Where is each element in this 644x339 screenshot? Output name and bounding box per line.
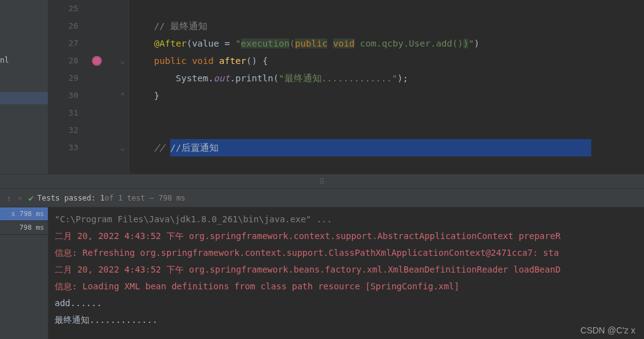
test-tree-item[interactable]: 798 ms <box>0 221 48 235</box>
fold-icon[interactable]: ⌃ <box>120 91 125 100</box>
gutter-row[interactable]: ⌃ <box>86 87 129 104</box>
line-number[interactable]: 31 <box>48 104 86 122</box>
line-number[interactable]: 33 <box>48 139 86 156</box>
gutter-row[interactable] <box>86 35 129 52</box>
chevrons-icon[interactable]: » <box>17 194 22 202</box>
code-line[interactable]: } <box>129 87 644 104</box>
editor-area: nl 252627282930313233 ⌄⌃⌄ // 最终通知@After(… <box>0 0 644 174</box>
watermark: CSDN @C'z x <box>581 325 635 335</box>
line-number[interactable]: 30 <box>48 87 86 104</box>
up-arrow-icon[interactable]: ↑ <box>6 193 11 203</box>
tests-label: Tests passed: <box>37 194 96 202</box>
console-line: 信息: Loading XML bean definitions from cl… <box>55 278 638 295</box>
gutter-row[interactable]: ⌄ <box>86 139 129 156</box>
tests-passed-count: 1 <box>100 194 104 202</box>
gutter-row[interactable] <box>86 0 129 17</box>
check-icon: ✔ <box>29 193 34 203</box>
spring-bean-icon[interactable] <box>92 56 102 66</box>
code-line[interactable]: System.out.println("最终通知............."); <box>129 70 644 87</box>
panel-selection <box>0 92 48 104</box>
console-line: "C:\Program Files\Java\jdk1.8.0_261\bin\… <box>55 211 638 228</box>
gutter-row[interactable] <box>86 122 129 139</box>
gutter-row[interactable] <box>86 17 129 35</box>
console-line: add...... <box>55 295 638 312</box>
panel-tag: nl <box>0 56 9 65</box>
line-number[interactable]: 27 <box>48 35 86 52</box>
test-tree-item[interactable]: s 798 ms <box>0 207 48 221</box>
console-output[interactable]: "C:\Program Files\Java\jdk1.8.0_261\bin\… <box>48 207 644 339</box>
console-line: 二月 20, 2022 4:43:52 下午 org.springframewo… <box>55 261 638 278</box>
code-line[interactable] <box>129 0 644 17</box>
line-number[interactable]: 29 <box>48 70 86 87</box>
code-line[interactable]: @After(value = "execution(public void co… <box>129 35 644 52</box>
code-editor[interactable]: // 最终通知@After(value = "execution(public … <box>129 0 644 174</box>
code-line[interactable] <box>129 104 644 122</box>
console-line: 信息: Refreshing org.springframework.conte… <box>55 245 638 261</box>
line-number[interactable]: 28 <box>48 52 86 70</box>
code-line[interactable]: public void after() { <box>129 52 644 70</box>
gutter-row[interactable] <box>86 70 129 87</box>
fold-icon[interactable]: ⌄ <box>120 143 125 152</box>
gutter-row[interactable]: ⌄ <box>86 52 129 70</box>
line-number[interactable]: 25 <box>48 0 86 17</box>
gutter-row[interactable] <box>86 104 129 122</box>
test-status-bar: ↑ » ✔ Tests passed: 1 of 1 test – 798 ms <box>0 189 644 207</box>
code-line[interactable] <box>129 122 644 139</box>
code-line[interactable]: // //后置通知 <box>129 139 644 156</box>
panel-divider[interactable]: ⠿ <box>0 174 644 189</box>
line-gutter[interactable]: 252627282930313233 <box>48 0 86 174</box>
project-panel[interactable]: nl <box>0 0 48 174</box>
line-number[interactable]: 32 <box>48 122 86 139</box>
console-line: 二月 20, 2022 4:43:52 下午 org.springframewo… <box>55 228 638 245</box>
tests-of: of 1 test – 798 ms <box>105 194 186 202</box>
line-number[interactable]: 26 <box>48 17 86 35</box>
test-tree[interactable]: s 798 ms798 ms <box>0 207 48 339</box>
fold-icon[interactable]: ⌄ <box>120 56 125 65</box>
code-line[interactable]: // 最终通知 <box>129 17 644 35</box>
console-line: 最终通知............. <box>55 312 638 328</box>
gutter-icons[interactable]: ⌄⌃⌄ <box>86 0 129 174</box>
run-panel: s 798 ms798 ms "C:\Program Files\Java\jd… <box>0 207 644 339</box>
